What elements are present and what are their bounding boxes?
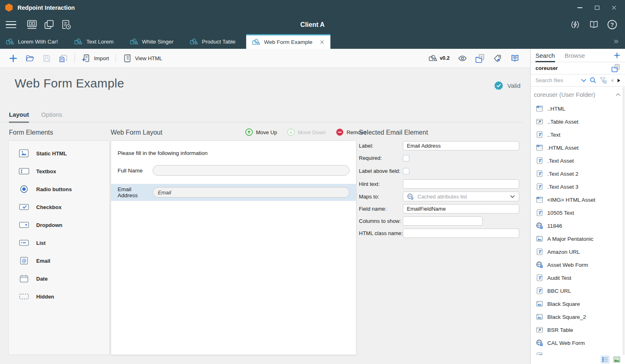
documentation-book-icon[interactable] <box>589 20 599 30</box>
user-folder-row: coreuser <box>531 62 625 74</box>
hamburger-menu-icon[interactable] <box>6 21 16 28</box>
document-tab[interactable]: Lorem With Car! <box>0 34 68 49</box>
filter-icon[interactable] <box>599 76 607 84</box>
add-button[interactable] <box>5 51 22 65</box>
open-button[interactable] <box>22 51 38 65</box>
interactions-panel-icon[interactable] <box>26 19 37 30</box>
folder-group-header[interactable]: coreuser (User Folder) <box>531 87 625 102</box>
field-name-field[interactable] <box>403 204 519 214</box>
label-field[interactable] <box>403 141 519 150</box>
thumbnail-view-icon <box>613 356 621 363</box>
form-element-label: Date <box>36 276 48 282</box>
move-up-button[interactable]: Move Up <box>245 128 277 136</box>
window-controls <box>574 3 620 12</box>
form-element-item[interactable]: Date <box>9 270 109 288</box>
thumbnail-view-toggle[interactable] <box>612 355 621 364</box>
move-down-button[interactable]: Move Down <box>287 128 326 136</box>
pages-icon[interactable] <box>44 19 55 30</box>
file-item[interactable]: Amazon URL <box>531 245 623 258</box>
move-down-icon <box>287 128 295 136</box>
form-element-item[interactable]: Checkbox <box>9 198 109 216</box>
file-item[interactable] <box>531 349 623 355</box>
chevron-down-icon[interactable] <box>581 78 587 83</box>
tab-overflow-button[interactable] <box>607 39 625 44</box>
import-button[interactable]: Import <box>78 51 113 65</box>
full-name-input[interactable] <box>153 165 350 176</box>
label-above-field-checkbox[interactable] <box>403 168 409 174</box>
form-element-item[interactable]: Radio buttons <box>9 180 109 198</box>
email-input[interactable] <box>153 187 350 198</box>
sidebar-tab-browse[interactable]: Browse <box>565 49 585 62</box>
open-book-icon[interactable] <box>510 54 520 63</box>
save-button[interactable] <box>38 51 55 65</box>
tab-close-icon[interactable] <box>319 39 325 45</box>
next-arrow-icon[interactable] <box>617 78 621 83</box>
client-title: Client A <box>300 21 325 28</box>
file-item[interactable]: A Major Pentatonic <box>531 232 623 245</box>
form-element-item[interactable]: Static HTML <box>9 144 109 162</box>
file-list-scrollbar[interactable] <box>623 87 625 355</box>
file-item[interactable]: ..Text <box>531 128 623 141</box>
search-files-input[interactable] <box>535 77 570 83</box>
hint-text-field[interactable] <box>403 179 519 189</box>
file-name: ..Table Asset <box>547 119 579 125</box>
file-item[interactable]: CAL Web Form <box>531 336 623 349</box>
search-icon[interactable] <box>590 77 597 84</box>
form-element-item[interactable]: Textbox <box>9 162 109 180</box>
chevron-up-icon[interactable] <box>615 93 621 96</box>
form-element-item[interactable]: Hidden <box>9 288 109 305</box>
columns-to-show-field[interactable] <box>403 216 483 226</box>
close-icon[interactable] <box>608 3 620 12</box>
element-properties-panel: Label: Required: Label above field: Hint… <box>359 141 519 241</box>
file-item[interactable]: Audit Test <box>531 271 623 284</box>
tab-options[interactable]: Options <box>41 111 62 123</box>
file-item[interactable]: .Text Asset <box>531 154 623 167</box>
required-checkbox[interactable] <box>403 155 409 161</box>
file-item[interactable]: <IMG> HTML Asset <box>531 193 623 206</box>
tag-icon[interactable] <box>493 54 502 63</box>
property-row: Field name: <box>359 204 519 214</box>
file-item[interactable]: .Text Asset 3 <box>531 180 623 193</box>
connection-status-icon[interactable] <box>570 20 580 30</box>
maps-to-dropdown[interactable]: Cached attributes list <box>403 192 519 201</box>
minimize-icon[interactable] <box>574 3 586 12</box>
document-tab[interactable]: Web Form Example <box>246 34 330 49</box>
list-view-toggle[interactable] <box>601 355 610 364</box>
form-element-icon <box>18 292 30 301</box>
file-item[interactable]: .Text Asset 2 <box>531 167 623 180</box>
preview-eye-icon[interactable] <box>458 54 467 63</box>
file-item[interactable]: Asset Web Form <box>531 258 623 271</box>
file-item[interactable]: BSR Table <box>531 323 623 336</box>
save-all-button[interactable] <box>55 51 72 65</box>
view-html-button[interactable]: View HTML <box>119 51 166 65</box>
file-item[interactable]: ..Table Asset <box>531 115 623 128</box>
previous-arrow-icon[interactable] <box>610 78 614 83</box>
version-label: v0.2 <box>440 55 450 61</box>
maximize-icon[interactable] <box>591 3 603 12</box>
file-item[interactable]: Black Square <box>531 297 623 310</box>
document-tab[interactable]: Product Table <box>184 34 246 49</box>
form-element-item[interactable]: Email <box>9 252 109 270</box>
file-item[interactable]: BBC URL <box>531 284 623 297</box>
file-item[interactable]: .HTML Asset <box>531 141 623 154</box>
sidebar-tab-search[interactable]: Search <box>535 49 555 62</box>
file-item[interactable]: 11846 <box>531 219 623 232</box>
form-element-item[interactable]: List <box>9 234 109 252</box>
add-asset-button[interactable]: + <box>614 50 620 61</box>
file-item[interactable]: ..HTML <box>531 102 623 115</box>
copy-to-folder-icon[interactable] <box>611 64 620 72</box>
copy-to-folder-icon[interactable] <box>475 54 485 63</box>
document-tab[interactable]: Text Lorem <box>68 34 124 49</box>
form-row-full-name[interactable]: Full Name <box>111 162 356 179</box>
file-item[interactable]: 10505 Text <box>531 206 623 219</box>
html-class-name-field[interactable] <box>403 229 519 238</box>
recent-files-icon[interactable] <box>61 19 72 30</box>
document-tab[interactable]: White Singer <box>124 34 184 49</box>
form-element-item[interactable]: Dropdown <box>9 216 109 234</box>
tab-layout[interactable]: Layout <box>9 111 29 123</box>
file-item[interactable]: Black Square_2 <box>531 310 623 323</box>
form-row-email-selected[interactable]: Email Address <box>111 184 356 201</box>
file-type-icon <box>536 352 543 355</box>
help-icon[interactable]: ? <box>608 20 617 29</box>
property-row: HTML class name: <box>359 229 519 238</box>
